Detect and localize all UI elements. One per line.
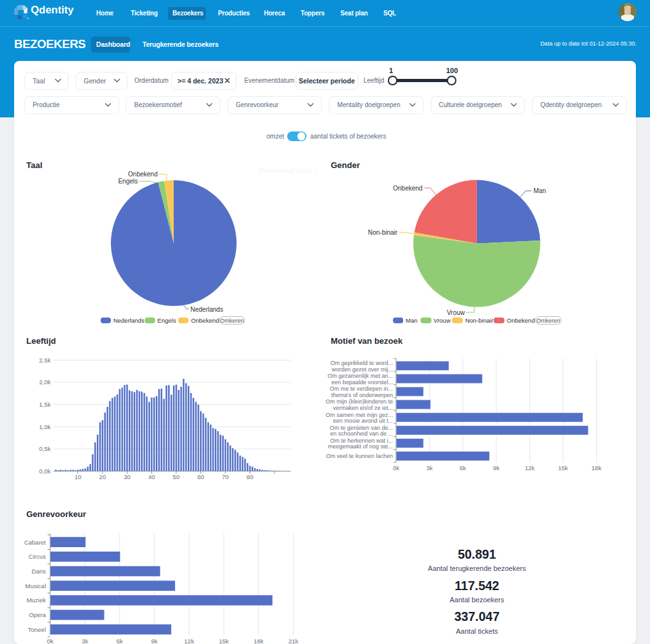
svg-text:Muziek: Muziek — [26, 597, 46, 604]
svg-text:9k: 9k — [151, 638, 158, 644]
svg-text:Opera: Opera — [29, 611, 46, 618]
svg-text:0k: 0k — [47, 638, 53, 644]
svg-text:18k: 18k — [254, 638, 264, 644]
svg-text:3k: 3k — [81, 638, 88, 644]
svg-text:12k: 12k — [184, 638, 194, 644]
svg-text:21k: 21k — [288, 638, 299, 644]
svg-text:Cabaret: Cabaret — [24, 539, 46, 546]
svg-text:15k: 15k — [219, 638, 229, 644]
svg-text:Toneel: Toneel — [28, 626, 46, 633]
svg-text:6k: 6k — [117, 638, 123, 644]
svg-text:Musical: Musical — [25, 582, 46, 589]
svg-text:Dans: Dans — [31, 568, 46, 575]
svg-text:Circus: Circus — [29, 553, 46, 560]
